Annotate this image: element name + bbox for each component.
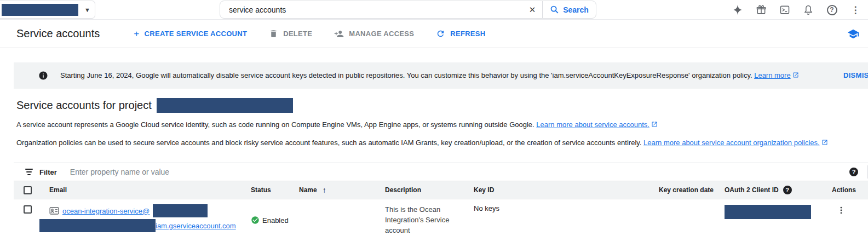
description-cell: This is the Ocean Integration's Service … bbox=[375, 204, 464, 235]
page-action-bar: Service accounts + CREATE SERVICE ACCOUN… bbox=[0, 20, 868, 48]
column-header-oauth-client-id[interactable]: OAuth 2 Client ID ? bbox=[715, 181, 822, 199]
refresh-icon bbox=[436, 29, 445, 38]
project-name-redaction bbox=[2, 4, 78, 16]
status-enabled-icon bbox=[251, 216, 260, 225]
filter-help-icon[interactable]: ? bbox=[849, 168, 858, 176]
intro-paragraph-1-text: A service account represents a Google Cl… bbox=[16, 120, 534, 129]
column-header-actions: Actions bbox=[822, 181, 868, 199]
cloud-shell-icon[interactable] bbox=[779, 4, 791, 16]
row-checkbox[interactable] bbox=[24, 205, 32, 214]
table-row: ocean-integration-service@ iam.gservicea… bbox=[14, 199, 868, 236]
delete-button[interactable]: DELETE bbox=[269, 29, 312, 38]
service-accounts-table: Filter ? Email Status Name ↑ Description… bbox=[14, 163, 868, 236]
description-text: This is the Ocean Integration's Service … bbox=[385, 204, 462, 235]
more-options-icon[interactable]: ⋮ bbox=[849, 4, 861, 16]
email-domain-redaction bbox=[153, 204, 208, 217]
service-account-email-icon bbox=[49, 206, 59, 215]
column-header-name[interactable]: Name ↑ bbox=[289, 181, 375, 199]
external-link-icon bbox=[651, 121, 658, 129]
filter-bar: Filter ? bbox=[14, 163, 868, 181]
oauth-client-id-redaction bbox=[725, 205, 811, 219]
column-header-status[interactable]: Status bbox=[241, 181, 289, 199]
info-banner: Starting June 16, 2024, Google will auto… bbox=[14, 62, 868, 89]
section-heading: Service accounts for project bbox=[16, 98, 868, 113]
search-button-label: Search bbox=[563, 5, 589, 14]
filter-icon bbox=[25, 169, 33, 175]
learn-more-service-accounts-link[interactable]: Learn more about service accounts. bbox=[536, 120, 649, 129]
banner-message: Starting June 16, 2024, Google will auto… bbox=[60, 71, 799, 80]
column-header-key-creation-date[interactable]: Key creation date bbox=[649, 181, 715, 199]
column-header-email[interactable]: Email bbox=[39, 181, 241, 199]
trash-icon bbox=[269, 29, 278, 38]
manage-access-button[interactable]: MANAGE ACCESS bbox=[334, 29, 414, 39]
dismiss-button[interactable]: DISMISS bbox=[843, 71, 868, 79]
refresh-button[interactable]: REFRESH bbox=[436, 29, 485, 38]
notifications-icon[interactable] bbox=[802, 4, 814, 16]
column-header-key-id[interactable]: Key ID bbox=[464, 181, 649, 199]
external-link-icon bbox=[792, 72, 799, 80]
email-domain-redaction bbox=[39, 219, 156, 232]
column-header-name-label: Name bbox=[299, 186, 317, 194]
service-account-email-link[interactable]: ocean-integration-service@ bbox=[62, 205, 150, 217]
person-add-icon bbox=[334, 29, 344, 39]
sort-ascending-icon: ↑ bbox=[323, 186, 326, 194]
intro-paragraph-2: Organization policies can be used to sec… bbox=[16, 139, 868, 147]
more-glyph: ⋮ bbox=[851, 4, 860, 16]
status-cell: Enabled bbox=[241, 204, 289, 235]
project-selector[interactable]: ▼ bbox=[0, 1, 95, 19]
header-checkbox-cell bbox=[14, 181, 39, 199]
refresh-label: REFRESH bbox=[450, 30, 485, 38]
table-header-row: Email Status Name ↑ Description Key ID K… bbox=[14, 181, 868, 199]
select-all-checkbox[interactable] bbox=[24, 186, 32, 194]
filter-label: Filter bbox=[39, 168, 57, 176]
key-creation-date-cell bbox=[649, 204, 715, 235]
intro-paragraph-1: A service account represents a Google Cl… bbox=[16, 120, 868, 129]
intro-paragraph-2-text: Organization policies can be used to sec… bbox=[16, 139, 641, 147]
oauth-help-icon[interactable]: ? bbox=[783, 186, 792, 194]
name-cell bbox=[289, 204, 375, 235]
column-header-description[interactable]: Description bbox=[375, 181, 464, 199]
status-label: Enabled bbox=[262, 216, 289, 225]
help-icon[interactable]: ? bbox=[826, 4, 838, 16]
search-input[interactable] bbox=[220, 1, 522, 18]
external-link-icon bbox=[821, 139, 828, 147]
section-heading-text: Service accounts for project bbox=[16, 99, 152, 112]
topbar-icon-group: ? ⋮ bbox=[732, 0, 861, 20]
chevron-down-icon: ▼ bbox=[84, 7, 90, 13]
manage-access-label: MANAGE ACCESS bbox=[349, 30, 414, 38]
column-header-oauth-label: OAuth 2 Client ID bbox=[725, 186, 779, 194]
help-glyph: ? bbox=[827, 5, 837, 15]
key-id-cell: No keys bbox=[464, 204, 649, 235]
clear-search-icon[interactable]: ✕ bbox=[522, 1, 542, 18]
row-actions-menu-icon[interactable] bbox=[836, 205, 846, 235]
row-checkbox-cell bbox=[14, 204, 39, 235]
delete-label: DELETE bbox=[283, 30, 312, 38]
email-cell: ocean-integration-service@ iam.gservicea… bbox=[39, 204, 241, 235]
service-account-email-link-suffix[interactable]: iam.gserviceaccount.com bbox=[156, 220, 236, 232]
banner-message-text: Starting June 16, 2024, Google will auto… bbox=[60, 71, 752, 79]
info-icon bbox=[38, 71, 48, 80]
search-bar: ✕ Search bbox=[220, 1, 596, 19]
create-service-account-button[interactable]: + CREATE SERVICE ACCOUNT bbox=[134, 28, 247, 39]
page-title: Service accounts bbox=[16, 27, 100, 40]
search-icon bbox=[550, 5, 559, 14]
project-id-redaction bbox=[157, 98, 293, 113]
learn-more-org-policies-link[interactable]: Learn more about service account organiz… bbox=[643, 139, 820, 147]
filter-input[interactable] bbox=[70, 168, 849, 176]
banner-learn-more-link[interactable]: Learn more bbox=[754, 71, 790, 79]
plus-icon: + bbox=[134, 28, 139, 39]
top-app-bar: ▼ ✕ Search bbox=[0, 0, 868, 20]
learning-panel-icon[interactable] bbox=[847, 28, 859, 40]
search-button[interactable]: Search bbox=[543, 1, 596, 18]
gemini-icon[interactable] bbox=[732, 4, 744, 16]
oauth-client-id-cell bbox=[715, 204, 822, 235]
create-service-account-label: CREATE SERVICE ACCOUNT bbox=[145, 30, 248, 38]
gift-icon[interactable] bbox=[755, 4, 767, 16]
actions-cell bbox=[822, 204, 868, 235]
